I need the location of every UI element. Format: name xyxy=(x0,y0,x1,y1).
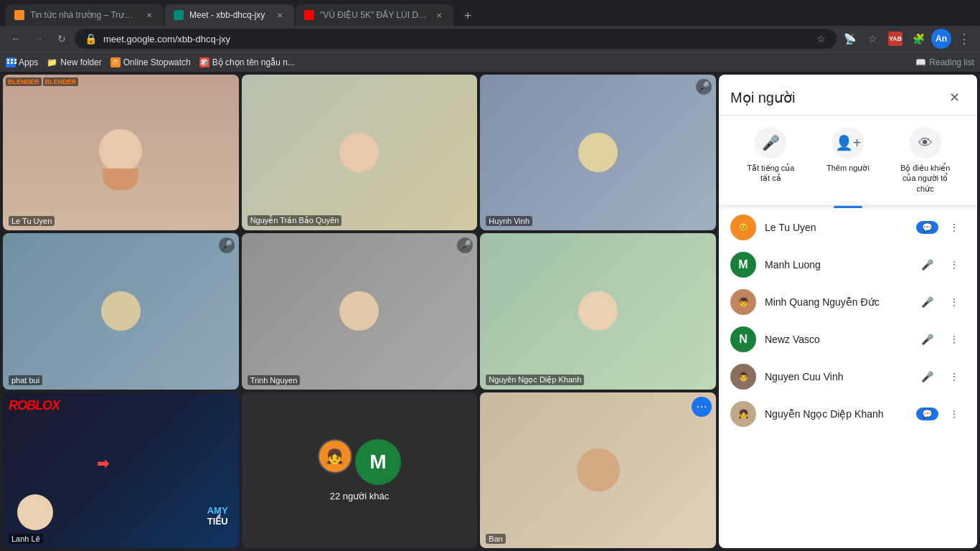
video-tile-lanh-le: ROBLOX AMYTIỀU ➡ Lanh Lê xyxy=(3,392,239,548)
name-minh-quang: Minh Quang Nguyễn Đức xyxy=(765,296,907,308)
avatar-nguyen-ngoc-diep-khanh: 👧 xyxy=(730,401,756,427)
tab-1[interactable]: Tin tức nhà trường – Trường Tiể... ✕ xyxy=(6,4,164,26)
video-label-huynh-vinh: Huynh Vinh xyxy=(486,216,532,226)
avatar-le-tu-uyen: 😊 xyxy=(730,215,756,240)
tab-3[interactable]: "VŨ ĐIỆU 5K" ĐẨY LÙI DỊCH BỆN... ✕ xyxy=(296,4,453,26)
tab-1-favicon xyxy=(14,10,24,20)
lanh-le-face xyxy=(17,494,53,530)
picker-label: Bộ chọn tên ngẫu n... xyxy=(212,57,295,67)
name-manh-luong: Manh Luong xyxy=(765,259,907,270)
menu-button[interactable]: ⋮ xyxy=(954,29,974,49)
video-label-bao-quyen: Nguyễn Trần Bảo Quyên xyxy=(248,215,342,226)
back-button[interactable]: ← xyxy=(6,29,26,49)
avatar-newz-vasco: N xyxy=(730,326,756,352)
participant-manh-luong[interactable]: M Manh Luong 🎤 ⋮ xyxy=(719,246,977,283)
panel-title: Mọi người xyxy=(730,89,795,106)
participant-nguyen-ngoc-diep-khanh[interactable]: 👧 Nguyễn Ngọc Diệp Khanh 💬 ⋮ xyxy=(719,395,977,433)
folder-icon: 📁 xyxy=(47,57,57,67)
apps-grid-icon xyxy=(6,57,16,67)
actions-manh-luong: 🎤 ⋮ xyxy=(915,253,966,276)
bookmark-new-folder[interactable]: 📁 New folder xyxy=(47,57,101,67)
apps-label: Apps xyxy=(19,57,38,67)
more-options-le-tu-uyen[interactable]: ⋮ xyxy=(943,216,966,239)
add-person-button[interactable]: 👤+ Thêm người xyxy=(826,127,870,194)
more-options-minh-quang[interactable]: ⋮ xyxy=(943,291,966,314)
actions-nguyen-ngoc-diep-khanh: 💬 ⋮ xyxy=(916,402,966,425)
video-tile-diep-khanh: Nguyên Ngọc Diệp Khanh xyxy=(480,233,716,389)
mute-icon-trinh-nguyen: 🎤 xyxy=(457,237,473,253)
mute-all-button[interactable]: 🎤 Tắt tiếng của tất cả xyxy=(745,127,796,194)
actions-newz-vasco: 🎤 ⋮ xyxy=(915,328,966,351)
panel-header: Mọi người ✕ xyxy=(719,75,977,116)
video-tile-phat-bui: 🎤 phat bui xyxy=(3,233,239,389)
profile-button[interactable]: An xyxy=(931,29,951,49)
bookmark-icon[interactable]: ☆ xyxy=(862,29,882,49)
mute-all-label: Tắt tiếng của tất cả xyxy=(745,163,796,184)
avatar-nguyen-cuu-vinh: 👨 xyxy=(730,364,756,390)
host-controls-row: 🎤 Tắt tiếng của tất cả 👤+ Thêm người 👁 B… xyxy=(719,116,977,206)
tab-2-title: Meet - xbb-dhcq-jxy xyxy=(189,10,268,20)
tab-1-title: Tin tức nhà trường – Trường Tiể... xyxy=(30,10,138,20)
bookmark-apps[interactable]: Apps xyxy=(6,57,38,67)
participant-newz-vasco[interactable]: N Newz Vasco 🎤 ⋮ xyxy=(719,321,977,358)
arrow-icon: ➡ xyxy=(97,455,109,472)
participant-le-tu-uyen[interactable]: 😊 Le Tu Uyen 💬 ⋮ xyxy=(719,209,977,246)
actions-le-tu-uyen: 💬 ⋮ xyxy=(916,216,966,239)
host-controls-button[interactable]: 👁 Bộ điều khiển của người tổ chức xyxy=(900,127,951,194)
participant-nguyen-cuu-vinh[interactable]: 👨 Nguyen Cuu Vinh 🎤 ⋮ xyxy=(719,358,977,395)
mute-icon-phat-bui: 🎤 xyxy=(219,237,235,253)
reading-list-label: Reading list xyxy=(929,57,974,67)
mute-icon-huynh-vinh: 🎤 xyxy=(696,79,712,95)
tab-2-close[interactable]: ✕ xyxy=(274,9,286,21)
address-bar-row: ← → ↻ 🔒 meet.google.com/xbb-dhcq-jxy ☆ 📡… xyxy=(0,26,980,52)
refresh-button[interactable]: ↻ xyxy=(52,29,72,49)
address-box: 🔒 meet.google.com/xbb-dhcq-jxy ☆ xyxy=(75,29,837,49)
forward-button[interactable]: → xyxy=(29,29,49,49)
others-avatar-1: 👧 xyxy=(318,439,352,474)
more-options-nguyen-cuu-vinh[interactable]: ⋮ xyxy=(943,365,966,388)
new-tab-button[interactable]: + xyxy=(458,6,478,26)
extensions-icon[interactable]: 🧩 xyxy=(908,29,928,49)
add-person-icon: 👤+ xyxy=(832,127,864,159)
actions-nguyen-cuu-vinh: 🎤 ⋮ xyxy=(915,365,966,388)
mute-icon-minh-quang: 🎤 xyxy=(915,291,938,314)
roblox-logo-text: ROBLOX xyxy=(9,398,60,413)
panel-close-button[interactable]: ✕ xyxy=(943,86,966,109)
more-btn-ban[interactable]: ⋯ xyxy=(692,397,712,417)
tab-3-favicon xyxy=(304,10,314,20)
more-options-manh-luong[interactable]: ⋮ xyxy=(943,253,966,276)
picker-favicon: 🎲 xyxy=(199,57,209,67)
yab-extension-icon[interactable]: YAB xyxy=(885,29,905,49)
new-folder-label: New folder xyxy=(60,57,101,67)
amy-text: AMYTIỀU xyxy=(207,505,228,527)
cast-icon[interactable]: 📡 xyxy=(839,29,859,49)
participant-minh-quang[interactable]: 👦 Minh Quang Nguyễn Đức 🎤 ⋮ xyxy=(719,283,977,321)
tab-3-close[interactable]: ✕ xyxy=(433,9,445,21)
lock-icon: 🔒 xyxy=(83,32,98,46)
tab-1-close[interactable]: ✕ xyxy=(143,9,155,21)
reading-list[interactable]: 📖 Reading list xyxy=(915,57,974,67)
video-tile-huynh-vinh: 🎤 Huynh Vinh xyxy=(480,75,716,230)
more-options-newz-vasco[interactable]: ⋮ xyxy=(943,328,966,351)
blender-logo-area: BLENDER BLENDER xyxy=(6,77,78,86)
bookmark-picker[interactable]: 🎲 Bộ chọn tên ngẫu n... xyxy=(199,57,295,67)
video-tile-ban: ⋯ Ban xyxy=(480,392,716,548)
video-label-trinh-nguyen: Trinh Nguyen xyxy=(248,375,301,385)
chat-badge-nguyen-ngoc-diep-khanh: 💬 xyxy=(916,408,938,420)
video-grid: BLENDER BLENDER Le Tu Uyen Nguyễn Trần B… xyxy=(0,72,719,551)
name-nguyen-ngoc-diep-khanh: Nguyễn Ngọc Diệp Khanh xyxy=(765,408,908,420)
video-tile-trinh-nguyen: 🎤 Trinh Nguyen xyxy=(242,233,478,389)
host-controls-icon: 👁 xyxy=(910,127,941,159)
tab-2[interactable]: Meet - xbb-dhcq-jxy ✕ xyxy=(165,4,294,26)
avatar-manh-luong: M xyxy=(730,252,756,278)
more-options-nguyen-ngoc-diep-khanh[interactable]: ⋮ xyxy=(943,402,966,425)
bookmarks-bar: Apps 📁 New folder ⏱ Online Stopwatch 🎲 B… xyxy=(0,52,980,72)
name-le-tu-uyen: Le Tu Uyen xyxy=(765,222,908,233)
add-person-label: Thêm người xyxy=(826,163,870,173)
mute-all-icon: 🎤 xyxy=(755,127,786,159)
video-label-le-tu-uyen: Le Tu Uyen xyxy=(9,216,55,226)
stopwatch-label: Online Stopwatch xyxy=(123,57,191,67)
address-text: meet.google.com/xbb-dhcq-jxy xyxy=(103,34,808,44)
bookmark-star-icon[interactable]: ☆ xyxy=(814,32,828,46)
bookmark-stopwatch[interactable]: ⏱ Online Stopwatch xyxy=(110,57,191,67)
